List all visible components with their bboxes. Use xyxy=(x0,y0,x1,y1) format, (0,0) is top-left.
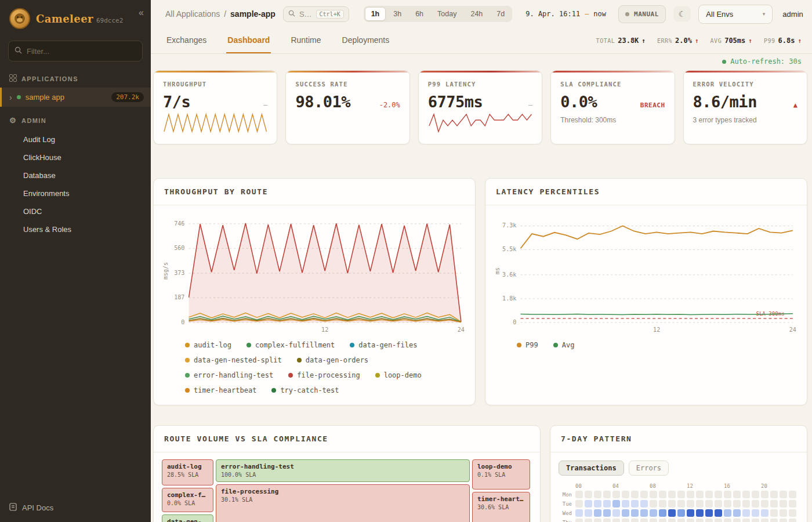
pattern-toggle[interactable]: Errors xyxy=(629,461,669,476)
heatmap-cell[interactable] xyxy=(631,509,639,517)
heatmap-cell[interactable] xyxy=(603,509,611,517)
heatmap-cell[interactable] xyxy=(603,491,611,498)
heatmap-cell[interactable] xyxy=(668,491,676,498)
legend-item[interactable]: file-processing xyxy=(288,371,360,379)
treemap-cell[interactable]: audit-log28.5% SLA xyxy=(162,459,213,485)
heatmap-cell[interactable] xyxy=(770,519,778,522)
heatmap-cell[interactable] xyxy=(659,509,666,517)
heatmap-cell[interactable] xyxy=(724,491,731,498)
heatmap-cell[interactable] xyxy=(770,509,778,517)
heatmap-cell[interactable] xyxy=(677,491,685,498)
heatmap-cell[interactable] xyxy=(668,509,676,517)
heatmap-cell[interactable] xyxy=(780,509,787,517)
heatmap-cell[interactable] xyxy=(659,491,666,498)
heatmap-cell[interactable] xyxy=(733,509,741,517)
heatmap-cell[interactable] xyxy=(705,500,713,507)
heatmap-cell[interactable] xyxy=(677,500,685,507)
heatmap-cell[interactable] xyxy=(752,491,759,498)
heatmap-cell[interactable] xyxy=(575,491,583,498)
tab[interactable]: Deployments xyxy=(341,28,391,53)
manual-refresh-button[interactable]: MANUAL xyxy=(618,5,666,23)
heatmap-cell[interactable] xyxy=(761,509,768,517)
heatmap-cell[interactable] xyxy=(622,519,629,522)
heatmap-cell[interactable] xyxy=(594,491,601,498)
heatmap-cell[interactable] xyxy=(789,491,796,498)
heatmap-cell[interactable] xyxy=(585,519,592,522)
heatmap-cell[interactable] xyxy=(594,500,601,507)
heatmap-cell[interactable] xyxy=(585,500,592,507)
heatmap-cell[interactable] xyxy=(640,491,648,498)
legend-item[interactable]: data-gen-files xyxy=(350,341,417,349)
heatmap-cell[interactable] xyxy=(742,509,750,517)
heatmap-cell[interactable] xyxy=(687,519,694,522)
heatmap-cell[interactable] xyxy=(780,491,787,498)
treemap-cell[interactable]: error-handling-test100.0% SLA xyxy=(216,459,470,482)
legend-item[interactable]: complex-fulfillment xyxy=(246,341,335,349)
heatmap-cell[interactable] xyxy=(789,500,796,507)
tab[interactable]: Exchanges xyxy=(165,28,208,53)
legend-item[interactable]: timer-heartbeat xyxy=(185,386,256,394)
heatmap-cell[interactable] xyxy=(715,519,722,522)
heatmap-cell[interactable] xyxy=(612,519,620,522)
time-range-button[interactable]: 24h xyxy=(464,7,489,21)
heatmap-cell[interactable] xyxy=(594,519,601,522)
heatmap-cell[interactable] xyxy=(696,509,704,517)
legend-item[interactable]: try-catch-test xyxy=(271,386,339,394)
dark-mode-toggle[interactable]: ☾ xyxy=(673,6,691,21)
legend-item[interactable]: data-gen-nested-split xyxy=(185,356,282,364)
sidebar-filter-input[interactable] xyxy=(27,47,136,56)
heatmap-cell[interactable] xyxy=(780,500,787,507)
treemap-cell[interactable]: complex-fulfil…0.0% SLA xyxy=(162,488,213,512)
sidebar-admin-item[interactable]: ClickHouse xyxy=(0,148,151,166)
heatmap-cell[interactable] xyxy=(622,491,629,498)
heatmap-cell[interactable] xyxy=(659,500,666,507)
heatmap-cell[interactable] xyxy=(585,491,592,498)
heatmap-cell[interactable] xyxy=(594,509,601,517)
legend-item[interactable]: P99 xyxy=(517,341,538,349)
env-select[interactable]: All Envs ▾ xyxy=(698,5,773,24)
heatmap-cell[interactable] xyxy=(715,500,722,507)
heatmap-cell[interactable] xyxy=(715,509,722,517)
sidebar-admin-item[interactable]: Users & Roles xyxy=(0,220,151,238)
heatmap-cell[interactable] xyxy=(770,491,778,498)
heatmap-cell[interactable] xyxy=(687,509,694,517)
heatmap-cell[interactable] xyxy=(705,519,713,522)
legend-item[interactable]: Avg xyxy=(553,341,575,349)
heatmap-cell[interactable] xyxy=(789,519,796,522)
time-range-button[interactable]: Today xyxy=(431,7,463,21)
time-range-button[interactable]: 6h xyxy=(409,7,430,21)
heatmap-cell[interactable] xyxy=(724,519,731,522)
heatmap-cell[interactable] xyxy=(705,509,713,517)
heatmap-cell[interactable] xyxy=(752,509,759,517)
heatmap-cell[interactable] xyxy=(677,509,685,517)
heatmap-cell[interactable] xyxy=(687,500,694,507)
tab[interactable]: Runtime xyxy=(289,28,322,53)
heatmap-cell[interactable] xyxy=(789,509,796,517)
legend-item[interactable]: loop-demo xyxy=(375,371,422,379)
heatmap-cell[interactable] xyxy=(742,500,750,507)
heatmap-cell[interactable] xyxy=(715,491,722,498)
user-menu[interactable]: admin xyxy=(782,10,803,19)
heatmap-cell[interactable] xyxy=(724,509,731,517)
heatmap-cell[interactable] xyxy=(733,519,741,522)
heatmap-cell[interactable] xyxy=(640,509,648,517)
heatmap-cell[interactable] xyxy=(659,519,666,522)
heatmap-cell[interactable] xyxy=(742,519,750,522)
heatmap-cell[interactable] xyxy=(575,509,583,517)
heatmap-cell[interactable] xyxy=(575,519,583,522)
heatmap-cell[interactable] xyxy=(733,500,741,507)
sidebar-admin-item[interactable]: OIDC xyxy=(0,202,151,220)
heatmap-cell[interactable] xyxy=(603,500,611,507)
heatmap-cell[interactable] xyxy=(761,500,768,507)
heatmap-cell[interactable] xyxy=(687,491,694,498)
heatmap-cell[interactable] xyxy=(640,519,648,522)
treemap-cell[interactable]: data-gen-files100.0% SLA xyxy=(162,514,213,522)
heatmap-cell[interactable] xyxy=(780,519,787,522)
heatmap-cell[interactable] xyxy=(650,509,657,517)
sidebar-admin-item[interactable]: Database xyxy=(0,166,151,184)
heatmap-cell[interactable] xyxy=(733,491,741,498)
pattern-toggle[interactable]: Transactions xyxy=(559,461,624,476)
heatmap-cell[interactable] xyxy=(696,491,704,498)
date-range[interactable]: 9. Apr. 16:11 — now xyxy=(525,10,606,18)
tab[interactable]: Dashboard xyxy=(226,28,271,53)
